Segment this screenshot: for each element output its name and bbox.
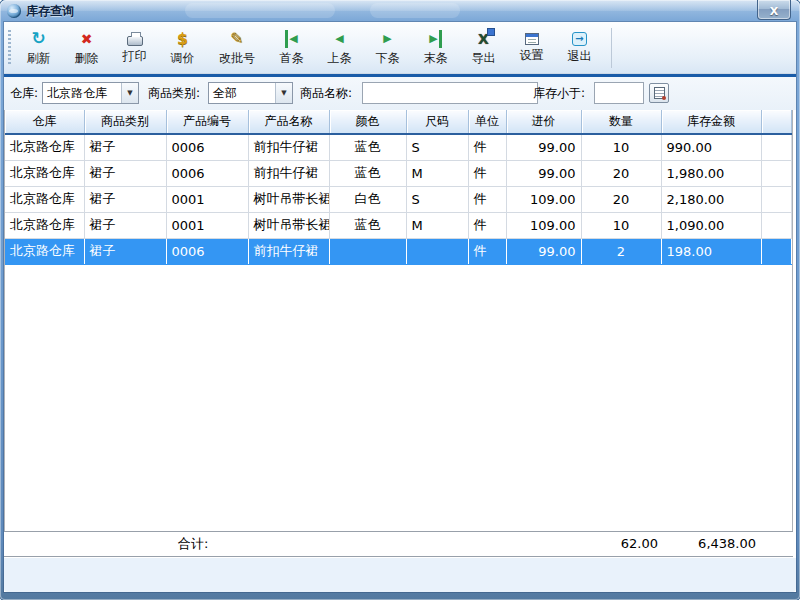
cell[interactable]: 109.00 (506, 186, 581, 212)
cell[interactable]: 件 (468, 212, 506, 238)
cell[interactable]: M (406, 212, 468, 238)
toolbar-button-delete[interactable]: ✖删除 (64, 25, 109, 71)
table-row[interactable]: 北京路仓库裙子0001树叶吊带长裙白色S件109.00202,180.00 (5, 186, 791, 212)
cell[interactable]: 前扣牛仔裙 (248, 134, 329, 160)
column-header-6[interactable]: 尺码 (406, 110, 468, 134)
previous-record-icon: ◀ (335, 30, 343, 48)
cell[interactable]: 2 (581, 238, 661, 264)
cell[interactable]: 20 (581, 160, 661, 186)
cell[interactable]: 北京路仓库 (5, 160, 84, 186)
toolbar-button-export[interactable]: X导出 (461, 25, 506, 71)
toolbar-button-settings[interactable]: 设置 (509, 25, 554, 71)
cell[interactable]: 北京路仓库 (5, 134, 84, 160)
cell[interactable]: 北京路仓库 (5, 186, 84, 212)
toolbar-button-exit[interactable]: →退出 (557, 25, 602, 71)
column-header-7[interactable]: 单位 (468, 110, 506, 134)
toolbar-button-first[interactable]: ◀首条 (269, 25, 314, 71)
app-window: 库存查询 X ↻刷新✖删除打印$调价✎改批号◀首条◀上条▶下条▶末条X导出设置→… (0, 0, 800, 600)
cell[interactable] (761, 186, 791, 212)
toolbar-button-last[interactable]: ▶末条 (413, 25, 458, 71)
form-icon (654, 87, 665, 99)
toolbar-button-prev[interactable]: ◀上条 (317, 25, 362, 71)
cell[interactable]: 蓝色 (329, 160, 406, 186)
column-header-3[interactable]: 产品编号 (166, 110, 248, 134)
cell[interactable]: 99.00 (506, 238, 581, 264)
cell[interactable]: 前扣牛仔裙 (248, 238, 329, 264)
exit-icon: → (572, 32, 587, 46)
column-header-5[interactable]: 颜色 (329, 110, 406, 134)
pencil-icon: ✎ (230, 30, 243, 48)
cell[interactable]: M (406, 160, 468, 186)
cell[interactable]: S (406, 134, 468, 160)
cell[interactable]: 裙子 (84, 134, 166, 160)
cell[interactable] (761, 160, 791, 186)
column-header-10[interactable]: 库存金额 (661, 110, 761, 134)
cell[interactable]: 198.00 (661, 238, 761, 264)
cell[interactable]: 前扣牛仔裙 (248, 160, 329, 186)
close-button[interactable]: X (757, 0, 791, 20)
cell[interactable]: 蓝色 (329, 134, 406, 160)
cell[interactable]: 件 (468, 134, 506, 160)
cell[interactable]: 109.00 (506, 212, 581, 238)
cell[interactable]: 2,180.00 (661, 186, 761, 212)
toolbar-button-label: 刷新 (27, 50, 51, 67)
chevron-down-icon[interactable]: ▼ (121, 83, 138, 103)
cell[interactable]: 裙子 (84, 212, 166, 238)
table-row[interactable]: 北京路仓库裙子0006前扣牛仔裙蓝色M件99.00201,980.00 (5, 160, 791, 186)
cell[interactable]: 0006 (166, 238, 248, 264)
cell[interactable] (329, 238, 406, 264)
cell[interactable]: 0006 (166, 134, 248, 160)
column-header-filler[interactable] (761, 110, 791, 134)
column-header-8[interactable]: 进价 (506, 110, 581, 134)
product-name-input[interactable] (362, 82, 538, 104)
cell[interactable]: 1,090.00 (661, 212, 761, 238)
cell[interactable]: 裙子 (84, 160, 166, 186)
cell[interactable]: 白色 (329, 186, 406, 212)
cell[interactable]: 0001 (166, 186, 248, 212)
cell[interactable]: 1,980.00 (661, 160, 761, 186)
toolbar-button-next[interactable]: ▶下条 (365, 25, 410, 71)
table-row[interactable]: 北京路仓库裙子0001树叶吊带长裙蓝色M件109.00101,090.00 (5, 212, 791, 238)
cell[interactable]: 裙子 (84, 186, 166, 212)
cell[interactable]: 树叶吊带长裙 (248, 186, 329, 212)
toolbar-button-change-batch[interactable]: ✎改批号 (208, 25, 266, 71)
cell[interactable]: 北京路仓库 (5, 238, 84, 264)
cell[interactable]: 0001 (166, 212, 248, 238)
toolbar-button-print[interactable]: 打印 (112, 25, 157, 71)
category-select[interactable]: 全部 ▼ (208, 82, 293, 104)
column-header-2[interactable]: 商品类别 (84, 110, 166, 134)
column-header-1[interactable]: 仓库 (5, 110, 84, 134)
stock-filter-button[interactable] (649, 83, 669, 103)
column-header-4[interactable]: 产品名称 (248, 110, 329, 134)
cell[interactable]: 99.00 (506, 134, 581, 160)
cell[interactable]: 件 (468, 238, 506, 264)
cell[interactable] (761, 238, 791, 264)
cell[interactable]: 件 (468, 160, 506, 186)
cell[interactable]: 件 (468, 186, 506, 212)
table-row[interactable]: 北京路仓库裙子0006前扣牛仔裙蓝色S件99.0010990.00 (5, 134, 791, 160)
cell[interactable]: S (406, 186, 468, 212)
cell[interactable]: 990.00 (661, 134, 761, 160)
toolbar-button-adjust-price[interactable]: $调价 (160, 25, 205, 71)
cell[interactable] (761, 212, 791, 238)
inventory-grid: 仓库商品类别产品编号产品名称颜色尺码单位进价数量库存金额北京路仓库裙子0006前… (4, 110, 793, 531)
chevron-down-icon[interactable]: ▼ (275, 83, 292, 103)
cell[interactable]: 树叶吊带长裙 (248, 212, 329, 238)
column-header-9[interactable]: 数量 (581, 110, 661, 134)
stock-less-than-input[interactable] (594, 82, 644, 104)
toolbar-button-refresh[interactable]: ↻刷新 (16, 25, 61, 71)
cell[interactable] (761, 134, 791, 160)
cell[interactable]: 10 (581, 134, 661, 160)
cell[interactable]: 10 (581, 212, 661, 238)
titlebar[interactable]: 库存查询 X (0, 0, 800, 22)
cell[interactable]: 0006 (166, 160, 248, 186)
cell[interactable] (406, 238, 468, 264)
cell[interactable]: 北京路仓库 (5, 212, 84, 238)
cell[interactable]: 裙子 (84, 238, 166, 264)
cell[interactable]: 99.00 (506, 160, 581, 186)
cell[interactable]: 蓝色 (329, 212, 406, 238)
table-row[interactable]: 北京路仓库裙子0006前扣牛仔裙件99.002198.00 (5, 238, 791, 264)
warehouse-select[interactable]: 北京路仓库 ▼ (42, 82, 139, 104)
printer-icon (127, 36, 143, 46)
cell[interactable]: 20 (581, 186, 661, 212)
